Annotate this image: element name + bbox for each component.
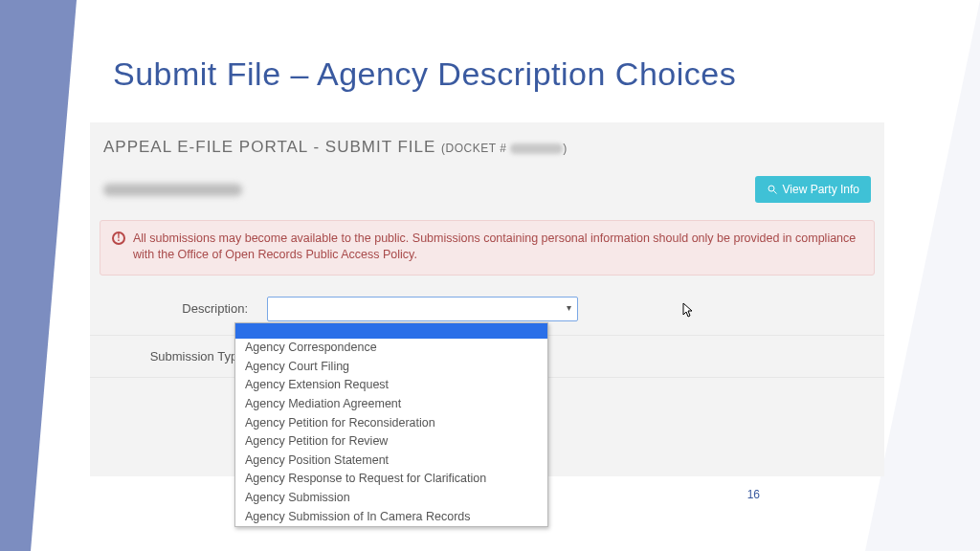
portal-heading-text: APPEAL E-FILE PORTAL - SUBMIT FILE (103, 138, 435, 156)
view-party-info-button[interactable]: View Party Info (755, 176, 871, 203)
dropdown-option[interactable]: Agency Petition for Reconsideration (235, 414, 547, 433)
description-dropdown[interactable]: Agency Correspondence Agency Court Filin… (234, 322, 548, 527)
svg-point-0 (768, 186, 774, 191)
dropdown-option[interactable]: Agency Correspondence (235, 339, 547, 358)
dropdown-option[interactable]: Agency Position Statement (235, 452, 547, 471)
slide: Submit File – Agency Description Choices… (0, 0, 980, 551)
public-notice-alert: ! All submissions may become available t… (100, 220, 875, 276)
description-label: Description: (147, 301, 267, 316)
dropdown-option[interactable]: Agency Extension Request (235, 376, 547, 395)
slide-title: Submit File – Agency Description Choices (113, 55, 736, 93)
docket-prefix: (DOCKET # (441, 142, 510, 155)
docket-wrapper: (DOCKET # ) (441, 142, 568, 155)
dropdown-option-blank[interactable] (235, 323, 547, 339)
dropdown-option[interactable]: Agency Submission of In Camera Records (235, 508, 547, 527)
alert-icon: ! (112, 231, 125, 245)
dropdown-option[interactable]: Agency Mediation Agreement (235, 395, 547, 414)
search-icon (767, 184, 778, 195)
docket-suffix: ) (563, 142, 568, 155)
page-number: 16 (747, 488, 760, 501)
svg-line-1 (773, 191, 776, 194)
dropdown-option[interactable]: Agency Response to Request for Clarifica… (235, 470, 547, 489)
decorative-wedge-left (0, 0, 77, 551)
dropdown-option[interactable]: Agency Submission (235, 489, 547, 508)
dropdown-option[interactable]: Agency Petition for Review (235, 432, 547, 452)
case-info-row: View Party Info (90, 163, 884, 220)
case-name-redacted (103, 184, 242, 196)
portal-heading: APPEAL E-FILE PORTAL - SUBMIT FILE (DOCK… (90, 122, 884, 163)
view-party-info-label: View Party Info (783, 183, 859, 196)
description-select[interactable]: ▾ (267, 297, 578, 321)
chevron-down-icon: ▾ (567, 302, 571, 313)
dropdown-option[interactable]: Agency Court Filing (235, 358, 547, 377)
alert-text: All submissions may become available to … (133, 231, 856, 261)
cursor-icon (682, 302, 696, 322)
docket-number-redacted (510, 143, 563, 154)
